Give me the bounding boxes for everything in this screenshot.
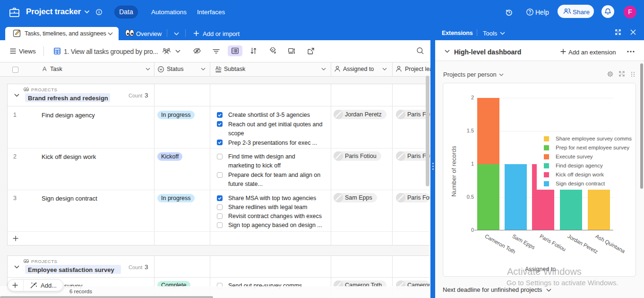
- svg-text:Ab: Ab: [215, 66, 222, 71]
